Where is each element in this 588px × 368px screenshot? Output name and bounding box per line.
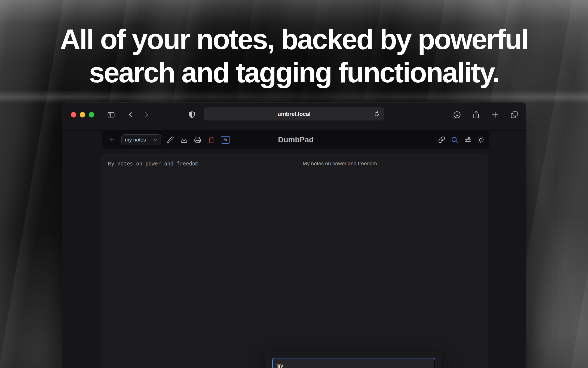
search-overlay: my notes [notepad]Hello to my new note #… xyxy=(266,352,441,368)
downloads-icon[interactable] xyxy=(453,110,461,119)
delete-trash-icon[interactable] xyxy=(207,136,215,144)
back-icon[interactable] xyxy=(126,110,135,119)
browser-actions xyxy=(453,110,519,119)
search-icon[interactable] xyxy=(451,136,459,144)
minimize-button[interactable] xyxy=(80,112,85,117)
window-controls xyxy=(71,112,94,117)
theme-sun-icon[interactable] xyxy=(477,136,485,144)
hero-headline: All of your notes, backed by powerful se… xyxy=(0,23,588,89)
forward-icon[interactable] xyxy=(142,110,151,119)
editor-pane[interactable]: My notes on power and freedom xyxy=(101,153,295,368)
chevron-down-icon xyxy=(154,138,157,142)
search-input[interactable] xyxy=(272,358,435,368)
address-bar[interactable]: umbrel.local xyxy=(204,107,384,120)
sidebar-toggle-icon[interactable] xyxy=(107,110,115,119)
app-toolbar-left: my notes M↓ xyxy=(102,134,230,145)
browser-toolbar: umbrel.local xyxy=(62,102,526,131)
preview-pane[interactable]: My notes on power and freedom xyxy=(295,153,488,368)
url-text: umbrel.local xyxy=(277,111,310,117)
hero-line-2: search and tagging functionality. xyxy=(0,56,588,89)
markdown-preview-icon[interactable]: M↓ xyxy=(221,136,230,144)
note-panes: My notes on power and freedom My notes o… xyxy=(101,153,488,368)
privacy-shield-icon[interactable] xyxy=(188,110,196,119)
zoom-button[interactable] xyxy=(89,112,94,117)
share-icon[interactable] xyxy=(472,110,480,119)
notepad-selector[interactable]: my notes xyxy=(121,134,161,145)
print-icon[interactable] xyxy=(194,136,202,144)
marketing-screenshot: All of your notes, backed by powerful se… xyxy=(0,0,588,368)
copy-link-icon[interactable] xyxy=(437,136,446,144)
reload-icon[interactable] xyxy=(373,110,381,118)
new-tab-icon[interactable] xyxy=(491,110,500,119)
new-note-icon[interactable] xyxy=(108,136,116,144)
browser-window: umbrel.local xyxy=(62,102,526,368)
download-note-icon[interactable] xyxy=(180,136,188,144)
notepad-selector-value: my notes xyxy=(125,137,146,143)
close-button[interactable] xyxy=(71,112,76,117)
hero-line-1: All of your notes, backed by powerful xyxy=(0,23,588,56)
settings-filters-icon[interactable] xyxy=(464,136,472,144)
app-toolbar: my notes M↓ DumbPad xyxy=(102,131,489,149)
app-toolbar-right xyxy=(437,131,485,149)
tab-overview-icon[interactable] xyxy=(510,110,519,119)
edit-pencil-icon[interactable] xyxy=(166,136,174,144)
